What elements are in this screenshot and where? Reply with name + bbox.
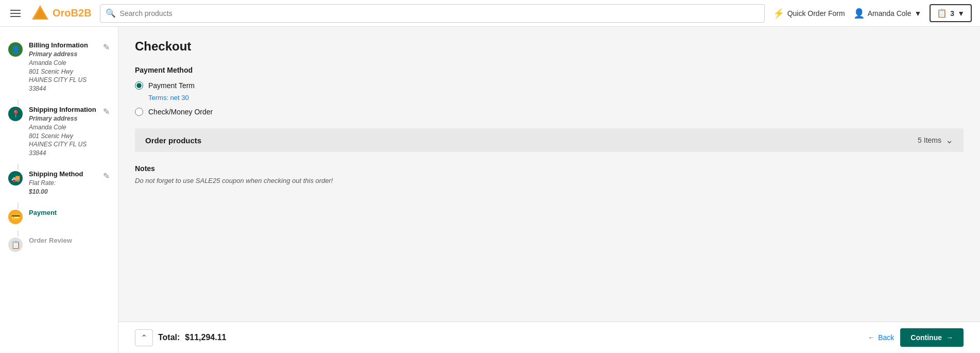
total-section: ⌃ Total: $11,294.11 bbox=[135, 329, 226, 346]
shipping-method-step-title: Shipping Method bbox=[29, 170, 97, 178]
shipping-info-step-icon: 📍 bbox=[8, 107, 23, 121]
step-order-review: 📋 Order Review bbox=[0, 230, 118, 258]
back-label: Back bbox=[878, 333, 894, 342]
user-icon: 👤 bbox=[853, 8, 865, 19]
hamburger-menu[interactable] bbox=[8, 8, 23, 19]
step-shipping-method: 🚚 Shipping Method Flat Rate: $10.00 ✎ bbox=[0, 164, 118, 203]
logo-icon bbox=[31, 4, 49, 23]
order-products-right: 5 Items ⌄ bbox=[918, 135, 953, 146]
main-content: Checkout Payment Method Payment Term Ter… bbox=[118, 27, 980, 353]
search-icon: 🔍 bbox=[106, 8, 116, 18]
checkout-sidebar: 👤 Billing Information Primary address Am… bbox=[0, 27, 118, 353]
order-review-step-title: Order Review bbox=[29, 237, 110, 244]
quick-order-label: Quick Order Form bbox=[787, 9, 845, 18]
payment-method-section: Payment Method Payment Term Terms: net 3… bbox=[135, 66, 964, 116]
search-bar: 🔍 bbox=[100, 4, 765, 23]
shipping-method-step-content: Shipping Method Flat Rate: $10.00 bbox=[29, 170, 97, 196]
back-button[interactable]: ← Back bbox=[868, 333, 894, 342]
shipping-method-edit-icon[interactable]: ✎ bbox=[103, 171, 110, 181]
cart-chevron-icon: ▼ bbox=[957, 9, 965, 18]
notes-text: Do not forget to use SALE25 coupon when … bbox=[135, 177, 964, 184]
continue-arrow-icon: → bbox=[946, 333, 953, 342]
payment-terms-text: Terms: net 30 bbox=[148, 94, 964, 102]
collapse-button[interactable]: ⌃ bbox=[135, 329, 153, 346]
order-review-step-icon: 📋 bbox=[8, 238, 23, 252]
shipping-method-sub: Flat Rate: $10.00 bbox=[29, 179, 97, 196]
shipping-info-step-title: Shipping Information bbox=[29, 106, 97, 113]
payment-step-content: Payment bbox=[29, 209, 110, 216]
logo[interactable]: OroB2B bbox=[31, 4, 92, 23]
billing-step-icon: 👤 bbox=[8, 42, 23, 57]
step-billing: 👤 Billing Information Primary address Am… bbox=[0, 35, 118, 99]
cart-count: 3 bbox=[950, 9, 954, 18]
payment-method-label: Payment Method bbox=[135, 66, 964, 74]
footer-bar: ⌃ Total: $11,294.11 ← Back Continue → bbox=[118, 322, 980, 353]
chevron-down-icon: ▼ bbox=[914, 9, 921, 18]
continue-button[interactable]: Continue → bbox=[900, 328, 964, 347]
search-input[interactable] bbox=[120, 9, 759, 18]
back-arrow-icon: ← bbox=[868, 333, 875, 342]
cart-icon: 📋 bbox=[937, 8, 947, 18]
billing-sub-label: Primary address Amanda Cole 801 Scenic H… bbox=[29, 50, 97, 93]
payment-step-title: Payment bbox=[29, 209, 110, 216]
cart-button[interactable]: 📋 3 ▼ bbox=[930, 4, 972, 22]
continue-label: Continue bbox=[910, 333, 942, 342]
step-payment: 💳 Payment bbox=[0, 203, 118, 230]
order-products-section[interactable]: Order products 5 Items ⌄ bbox=[135, 128, 964, 152]
payment-term-label[interactable]: Payment Term bbox=[148, 81, 195, 90]
order-review-step-content: Order Review bbox=[29, 237, 110, 244]
order-products-count: 5 Items bbox=[918, 136, 941, 144]
logo-text: OroB2B bbox=[53, 7, 92, 19]
total-amount: $11,294.11 bbox=[185, 333, 226, 342]
shipping-info-edit-icon[interactable]: ✎ bbox=[103, 107, 110, 116]
shipping-method-step-icon: 🚚 bbox=[8, 171, 23, 186]
payment-term-radio[interactable] bbox=[135, 81, 143, 90]
payment-step-icon: 💳 bbox=[8, 210, 23, 224]
footer-actions: ← Back Continue → bbox=[868, 328, 964, 347]
top-navigation: OroB2B 🔍 ⚡ Quick Order Form 👤 Amanda Col… bbox=[0, 0, 980, 27]
billing-step-title: Billing Information bbox=[29, 41, 97, 49]
user-menu[interactable]: 👤 Amanda Cole ▼ bbox=[853, 8, 922, 19]
notes-section: Notes Do not forget to use SALE25 coupon… bbox=[135, 164, 964, 184]
step-shipping-info: 📍 Shipping Information Primary address A… bbox=[0, 99, 118, 164]
payment-option-term: Payment Term bbox=[135, 81, 964, 90]
main-layout: 👤 Billing Information Primary address Am… bbox=[0, 27, 980, 353]
quick-order-button[interactable]: ⚡ Quick Order Form bbox=[773, 8, 845, 19]
shipping-info-step-content: Shipping Information Primary address Ama… bbox=[29, 106, 97, 158]
notes-title: Notes bbox=[135, 164, 964, 173]
check-money-order-label[interactable]: Check/Money Order bbox=[148, 108, 213, 116]
total-label: Total: bbox=[158, 333, 180, 342]
topnav-right: ⚡ Quick Order Form 👤 Amanda Cole ▼ 📋 3 ▼ bbox=[773, 4, 972, 22]
checkout-content: Checkout Payment Method Payment Term Ter… bbox=[118, 27, 980, 322]
order-products-chevron-icon: ⌄ bbox=[945, 135, 953, 146]
lightning-icon: ⚡ bbox=[773, 8, 784, 19]
payment-option-check: Check/Money Order bbox=[135, 108, 964, 116]
billing-step-content: Billing Information Primary address Aman… bbox=[29, 41, 97, 93]
page-title: Checkout bbox=[135, 39, 964, 54]
order-products-title: Order products bbox=[145, 136, 201, 145]
billing-edit-icon[interactable]: ✎ bbox=[103, 42, 110, 52]
user-name: Amanda Cole bbox=[868, 9, 912, 18]
shipping-info-sub-label: Primary address Amanda Cole 801 Scenic H… bbox=[29, 114, 97, 158]
check-money-order-radio[interactable] bbox=[135, 108, 143, 116]
